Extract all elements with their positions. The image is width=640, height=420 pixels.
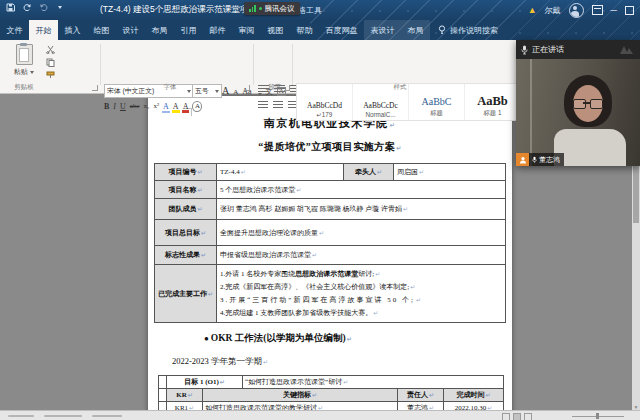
cell-project-name-label[interactable]: 项目名称 (155, 181, 217, 199)
styles-group-label: 样式 (380, 83, 420, 92)
cell-owner-header[interactable]: 责任人 (398, 389, 444, 402)
qat-customize-caret[interactable] (58, 6, 62, 9)
font-name-value: 宋体 (中文正文) (107, 86, 154, 96)
format-painter-icon[interactable] (46, 71, 72, 80)
web-layout-view-icon[interactable] (524, 413, 532, 420)
style-name: NormalC... (365, 111, 395, 118)
table-row: KR 关键指标 责任人 完成时间 (159, 389, 504, 402)
scrollbar-thumb[interactable] (633, 165, 639, 223)
meeting-overlay-window[interactable]: 正在讲话 董志鸿 (516, 40, 640, 166)
tell-me-search[interactable]: 操作说明搜索 (430, 20, 506, 40)
cell-goal[interactable]: 全面提升思想政治理论课的质量 (217, 220, 506, 246)
cell-goal-label[interactable]: 项目总目标 (155, 220, 217, 246)
tab-file[interactable]: 文件 (0, 20, 29, 40)
ribbon-display-options-icon[interactable] (592, 5, 603, 15)
clipboard-dialog-launcher[interactable] (92, 85, 98, 91)
italic-button[interactable]: I (113, 103, 116, 111)
minimize-button[interactable]: ─ (611, 6, 617, 15)
cell-project-no-label[interactable]: 项目编号 (155, 164, 217, 181)
avatar[interactable] (569, 3, 584, 18)
align-left-icon[interactable] (258, 101, 268, 110)
language-indicator[interactable] (92, 415, 122, 418)
align-center-icon[interactable] (273, 101, 283, 110)
cell-work-label[interactable]: 已完成主要工作 (155, 265, 217, 323)
warning-icon[interactable]: ▲ (528, 6, 537, 15)
doc-subtitle[interactable]: “提质培优”立项项目实施方案 (148, 140, 512, 154)
tab-table-design[interactable]: 表设计 (364, 20, 401, 40)
tencent-meeting-pill[interactable]: 腾讯会议 (244, 2, 300, 15)
tab-mailings[interactable]: 邮件 (203, 20, 232, 40)
cut-icon[interactable] (46, 45, 72, 54)
speaking-status: 正在讲话 (532, 44, 615, 55)
zoom-slider-knob[interactable] (596, 413, 599, 419)
highlight-color-button[interactable]: A (173, 103, 179, 111)
save-icon[interactable] (6, 3, 15, 12)
cell-kr-header[interactable]: KR (167, 389, 203, 402)
tab-baidu-netdisk[interactable]: 百度网盘 (319, 20, 364, 40)
subscript-button[interactable]: x₂ (144, 103, 150, 110)
style-card[interactable]: AaBb 标题 1 (465, 84, 521, 120)
tab-review[interactable]: 审阅 (232, 20, 261, 40)
print-layout-view-icon[interactable] (513, 413, 521, 420)
tell-me-label: 操作说明搜索 (450, 25, 498, 36)
okr-heading[interactable]: OKR 工作法(以学期为单位编制) (204, 332, 352, 345)
page-count-indicator[interactable] (8, 415, 34, 418)
copy-icon[interactable] (46, 58, 72, 67)
document-page[interactable]: 南京机电职业技术学院 “提质培优”立项项目实施方案 项目编号 TZ-4.4 牵头… (148, 96, 512, 411)
shrink-font-button[interactable]: A (233, 89, 238, 96)
cell-outcome[interactable]: 申报省级思想政治课示范课堂 (217, 246, 506, 265)
style-preview: AaBbC (422, 97, 452, 107)
tab-layout[interactable]: 布局 (145, 20, 174, 40)
cell-leader-label[interactable]: 牵头人 (344, 164, 394, 181)
tab-design[interactable]: 设计 (116, 20, 145, 40)
paste-button[interactable]: 粘贴 (8, 43, 40, 85)
superscript-button[interactable]: x² (153, 103, 159, 110)
tab-view[interactable]: 视图 (261, 20, 290, 40)
meeting-overlay-header[interactable]: 正在讲话 (516, 40, 640, 59)
participant-name-badge: 董志鸿 (516, 153, 564, 166)
participant-video[interactable]: 董志鸿 (516, 59, 640, 166)
undo-icon[interactable] (22, 3, 32, 12)
underline-button[interactable]: U (120, 103, 126, 111)
background-door-edge (530, 59, 532, 166)
group-divider (100, 44, 101, 85)
word-count-indicator[interactable] (44, 415, 82, 418)
semester-line[interactable]: 2022-2023 学年第一学期 (172, 356, 268, 368)
redo-icon[interactable] (39, 3, 49, 12)
style-card[interactable]: AaBbCcDd ↵179 (297, 84, 353, 120)
cell-indicator-header[interactable]: 关键指标 (203, 389, 398, 402)
cell-spacer[interactable] (159, 389, 167, 402)
tab-help[interactable]: 帮助 (290, 20, 319, 40)
cell-objective-text[interactable]: “如何打造思政课示范课堂”研讨 (243, 376, 504, 389)
meeting-logo-icon (619, 45, 635, 55)
cell-objective-label[interactable]: 目标 1 (O1) (167, 376, 243, 389)
enclose-characters-button[interactable]: A (192, 101, 202, 111)
cell-outcome-label[interactable]: 标志性成果 (155, 246, 217, 265)
group-divider (253, 44, 254, 85)
grow-font-button[interactable]: A (222, 86, 229, 96)
strikethrough-button[interactable]: abc (130, 103, 140, 110)
font-color-button[interactable]: A (183, 103, 189, 111)
bold-button[interactable]: B (104, 103, 109, 111)
account-name[interactable]: 尔戴 (545, 5, 561, 16)
cell-project-name[interactable]: 5 个思想政治课示范课堂 (217, 181, 506, 199)
cell-work-done[interactable]: 1.外请 1 名校外专家围绕思想政治课示范课堂研讨; 2.完成《新四军在高淳》、… (217, 265, 506, 323)
font-size-select[interactable]: 五号 (192, 84, 222, 98)
cell-project-no[interactable]: TZ-4.4 (217, 164, 344, 181)
tab-references[interactable]: 引用 (174, 20, 203, 40)
cell-team-label[interactable]: 团队成员 (155, 199, 217, 220)
tab-insert[interactable]: 插入 (58, 20, 87, 40)
cell-spacer[interactable] (159, 376, 167, 389)
paragraph-dialog-launcher[interactable] (284, 85, 290, 91)
read-mode-view-icon[interactable] (502, 413, 510, 420)
tab-draw[interactable]: 绘图 (87, 20, 116, 40)
text-effects-button[interactable]: A (163, 103, 169, 111)
cell-leader[interactable]: 周启国 (394, 164, 506, 181)
cell-team-members[interactable]: 张玥 董志鸿 高杉 赵媚媚 胡飞霞 陈璐璐 杨玖静 卢璇 许青娟 (217, 199, 506, 220)
cell-due-header[interactable]: 完成时间 (444, 389, 504, 402)
table-row: 项目编号 TZ-4.4 牵头人 周启国 (155, 164, 506, 181)
tab-home[interactable]: 开始 (29, 20, 58, 40)
font-dialog-launcher[interactable] (244, 85, 250, 91)
tab-table-layout[interactable]: 布局 (401, 20, 430, 40)
restore-button[interactable] (625, 6, 634, 15)
